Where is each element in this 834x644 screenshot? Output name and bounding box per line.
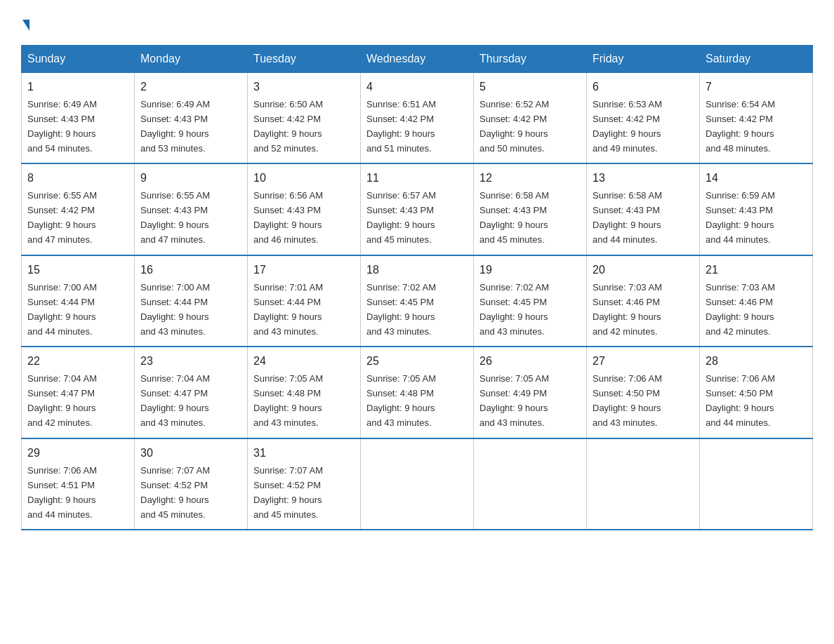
weekday-saturday: Saturday <box>700 46 813 73</box>
day-info: Sunrise: 7:05 AMSunset: 4:48 PMDaylight:… <box>366 373 436 428</box>
table-row: 17 Sunrise: 7:01 AMSunset: 4:44 PMDaylig… <box>248 255 361 347</box>
day-info: Sunrise: 7:07 AMSunset: 4:52 PMDaylight:… <box>253 465 323 520</box>
table-row: 15 Sunrise: 7:00 AMSunset: 4:44 PMDaylig… <box>22 255 135 347</box>
table-row: 30 Sunrise: 7:07 AMSunset: 4:52 PMDaylig… <box>135 438 248 530</box>
day-info: Sunrise: 6:53 AMSunset: 4:42 PMDaylight:… <box>593 99 662 154</box>
day-info: Sunrise: 7:06 AMSunset: 4:50 PMDaylight:… <box>593 373 662 428</box>
table-row: 20 Sunrise: 7:03 AMSunset: 4:46 PMDaylig… <box>587 255 700 347</box>
day-info: Sunrise: 7:00 AMSunset: 4:44 PMDaylight:… <box>27 282 97 337</box>
day-number: 2 <box>140 79 241 96</box>
table-row: 10 Sunrise: 6:56 AMSunset: 4:43 PMDaylig… <box>248 163 361 255</box>
day-number: 30 <box>140 445 241 462</box>
day-info: Sunrise: 7:05 AMSunset: 4:48 PMDaylight:… <box>253 373 323 428</box>
table-row: 25 Sunrise: 7:05 AMSunset: 4:48 PMDaylig… <box>361 347 474 438</box>
table-row: 9 Sunrise: 6:55 AMSunset: 4:43 PMDayligh… <box>135 163 248 255</box>
day-number: 7 <box>706 79 807 96</box>
week-row-4: 22 Sunrise: 7:04 AMSunset: 4:47 PMDaylig… <box>22 347 813 438</box>
day-number: 15 <box>27 262 128 279</box>
day-number: 1 <box>27 79 128 96</box>
table-row: 11 Sunrise: 6:57 AMSunset: 4:43 PMDaylig… <box>361 163 474 255</box>
day-info: Sunrise: 7:04 AMSunset: 4:47 PMDaylight:… <box>140 373 210 428</box>
day-number: 21 <box>706 262 807 279</box>
table-row: 26 Sunrise: 7:05 AMSunset: 4:49 PMDaylig… <box>474 347 587 438</box>
day-info: Sunrise: 6:57 AMSunset: 4:43 PMDaylight:… <box>366 190 436 245</box>
weekday-tuesday: Tuesday <box>248 46 361 73</box>
table-row: 21 Sunrise: 7:03 AMSunset: 4:46 PMDaylig… <box>700 255 813 347</box>
day-info: Sunrise: 7:07 AMSunset: 4:52 PMDaylight:… <box>140 465 210 520</box>
day-number: 28 <box>706 353 807 370</box>
day-info: Sunrise: 6:58 AMSunset: 4:43 PMDaylight:… <box>479 190 549 245</box>
table-row: 12 Sunrise: 6:58 AMSunset: 4:43 PMDaylig… <box>474 163 587 255</box>
day-number: 19 <box>479 262 581 279</box>
table-row: 29 Sunrise: 7:06 AMSunset: 4:51 PMDaylig… <box>22 438 135 530</box>
day-number: 16 <box>140 262 241 279</box>
day-info: Sunrise: 7:06 AMSunset: 4:51 PMDaylight:… <box>27 465 97 520</box>
day-number: 14 <box>706 170 807 187</box>
day-info: Sunrise: 6:54 AMSunset: 4:42 PMDaylight:… <box>706 99 775 154</box>
week-row-3: 15 Sunrise: 7:00 AMSunset: 4:44 PMDaylig… <box>22 255 813 347</box>
day-number: 6 <box>593 79 694 96</box>
logo-triangle-icon <box>22 20 29 31</box>
day-info: Sunrise: 6:49 AMSunset: 4:43 PMDaylight:… <box>140 99 210 154</box>
day-number: 11 <box>366 170 468 187</box>
day-number: 27 <box>593 353 694 370</box>
day-info: Sunrise: 6:49 AMSunset: 4:43 PMDaylight:… <box>27 99 97 154</box>
table-row: 7 Sunrise: 6:54 AMSunset: 4:42 PMDayligh… <box>700 73 813 164</box>
table-row: 16 Sunrise: 7:00 AMSunset: 4:44 PMDaylig… <box>135 255 248 347</box>
day-number: 12 <box>479 170 581 187</box>
day-number: 24 <box>253 353 355 370</box>
table-row: 22 Sunrise: 7:04 AMSunset: 4:47 PMDaylig… <box>22 347 135 438</box>
table-row: 3 Sunrise: 6:50 AMSunset: 4:42 PMDayligh… <box>248 73 361 164</box>
day-info: Sunrise: 6:52 AMSunset: 4:42 PMDaylight:… <box>479 99 549 154</box>
week-row-1: 1 Sunrise: 6:49 AMSunset: 4:43 PMDayligh… <box>22 73 813 164</box>
table-row <box>587 438 700 530</box>
table-row: 2 Sunrise: 6:49 AMSunset: 4:43 PMDayligh… <box>135 73 248 164</box>
table-row: 1 Sunrise: 6:49 AMSunset: 4:43 PMDayligh… <box>22 73 135 164</box>
day-number: 31 <box>253 445 355 462</box>
table-row: 4 Sunrise: 6:51 AMSunset: 4:42 PMDayligh… <box>361 73 474 164</box>
day-info: Sunrise: 6:55 AMSunset: 4:43 PMDaylight:… <box>140 190 210 245</box>
day-info: Sunrise: 6:59 AMSunset: 4:43 PMDaylight:… <box>706 190 775 245</box>
day-info: Sunrise: 7:00 AMSunset: 4:44 PMDaylight:… <box>140 282 210 337</box>
table-row: 27 Sunrise: 7:06 AMSunset: 4:50 PMDaylig… <box>587 347 700 438</box>
table-row: 14 Sunrise: 6:59 AMSunset: 4:43 PMDaylig… <box>700 163 813 255</box>
table-row <box>474 438 587 530</box>
day-number: 26 <box>479 353 581 370</box>
day-number: 5 <box>479 79 581 96</box>
logo-blue-text <box>21 20 29 32</box>
table-row: 5 Sunrise: 6:52 AMSunset: 4:42 PMDayligh… <box>474 73 587 164</box>
day-number: 3 <box>253 79 355 96</box>
day-number: 17 <box>253 262 355 279</box>
table-row: 6 Sunrise: 6:53 AMSunset: 4:42 PMDayligh… <box>587 73 700 164</box>
calendar-header: SundayMondayTuesdayWednesdayThursdayFrid… <box>22 46 813 73</box>
day-info: Sunrise: 7:03 AMSunset: 4:46 PMDaylight:… <box>593 282 662 337</box>
day-info: Sunrise: 6:58 AMSunset: 4:43 PMDaylight:… <box>593 190 662 245</box>
day-number: 8 <box>27 170 128 187</box>
day-info: Sunrise: 6:51 AMSunset: 4:42 PMDaylight:… <box>366 99 436 154</box>
day-number: 29 <box>27 445 128 462</box>
table-row: 19 Sunrise: 7:02 AMSunset: 4:45 PMDaylig… <box>474 255 587 347</box>
table-row: 23 Sunrise: 7:04 AMSunset: 4:47 PMDaylig… <box>135 347 248 438</box>
day-info: Sunrise: 7:02 AMSunset: 4:45 PMDaylight:… <box>479 282 549 337</box>
day-info: Sunrise: 7:05 AMSunset: 4:49 PMDaylight:… <box>479 373 549 428</box>
weekday-row: SundayMondayTuesdayWednesdayThursdayFrid… <box>22 46 813 73</box>
day-number: 4 <box>366 79 468 96</box>
weekday-wednesday: Wednesday <box>361 46 474 73</box>
day-info: Sunrise: 6:50 AMSunset: 4:42 PMDaylight:… <box>253 99 323 154</box>
day-number: 23 <box>140 353 241 370</box>
week-row-5: 29 Sunrise: 7:06 AMSunset: 4:51 PMDaylig… <box>22 438 813 530</box>
logo <box>21 20 29 32</box>
table-row: 13 Sunrise: 6:58 AMSunset: 4:43 PMDaylig… <box>587 163 700 255</box>
page-header <box>21 14 813 32</box>
table-row <box>700 438 813 530</box>
table-row: 8 Sunrise: 6:55 AMSunset: 4:42 PMDayligh… <box>22 163 135 255</box>
day-number: 13 <box>593 170 694 187</box>
table-row: 31 Sunrise: 7:07 AMSunset: 4:52 PMDaylig… <box>248 438 361 530</box>
calendar-table: SundayMondayTuesdayWednesdayThursdayFrid… <box>21 45 813 530</box>
table-row <box>361 438 474 530</box>
day-number: 25 <box>366 353 468 370</box>
day-info: Sunrise: 7:01 AMSunset: 4:44 PMDaylight:… <box>253 282 323 337</box>
day-number: 20 <box>593 262 694 279</box>
weekday-monday: Monday <box>135 46 248 73</box>
day-info: Sunrise: 7:02 AMSunset: 4:45 PMDaylight:… <box>366 282 436 337</box>
